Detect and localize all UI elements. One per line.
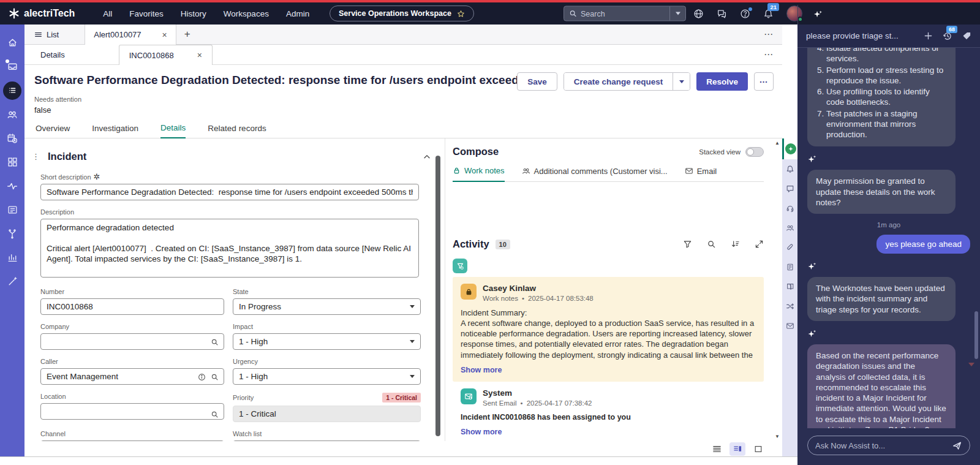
chat-icon[interactable]	[717, 9, 727, 19]
rail-item-email[interactable]	[782, 316, 797, 336]
scroll-to-bottom-icon[interactable]	[968, 363, 974, 366]
caller-label: Caller	[40, 358, 58, 365]
location-search-icon[interactable]	[211, 410, 219, 418]
tab-incident-record[interactable]: INC0010868 ×	[119, 45, 213, 65]
save-button[interactable]: Save	[517, 72, 557, 91]
app-logo[interactable]: alectriTech	[9, 8, 75, 19]
tab-alert-record[interactable]: Alert0010077 ×	[85, 25, 176, 45]
rail-item-knowledge[interactable]	[782, 277, 797, 297]
full-view-button[interactable]	[750, 442, 766, 456]
user-avatar[interactable]	[786, 6, 802, 21]
nav-favorites[interactable]: Favorites	[129, 9, 164, 18]
urgency-select[interactable]: 1 - High	[233, 368, 421, 385]
company-search-icon[interactable]	[211, 338, 219, 346]
resolve-button[interactable]: Resolve	[696, 72, 748, 91]
impact-select[interactable]: 1 - High	[233, 333, 421, 350]
rail-item-notifications[interactable]	[782, 159, 797, 179]
scroll-up-icon[interactable]: ▲	[775, 140, 780, 146]
stacked-view-label: Stacked view	[699, 148, 741, 156]
sidebar-item-monitoring[interactable]	[0, 174, 24, 198]
create-change-request-button[interactable]: Create change request	[564, 73, 673, 90]
sub-tab-bar-more-button[interactable]: ⋯	[755, 45, 782, 64]
close-tab-icon[interactable]: ×	[162, 30, 167, 40]
sidebar-item-lists[interactable]	[0, 78, 24, 102]
nav-all[interactable]: All	[103, 9, 112, 18]
sidebar-item-tools[interactable]	[0, 270, 24, 293]
global-search[interactable]	[564, 6, 686, 21]
scroll-down-icon[interactable]: ▼	[775, 434, 780, 439]
search-scope-dropdown[interactable]	[669, 7, 685, 21]
rail-item-support[interactable]	[782, 198, 797, 218]
create-change-dropdown[interactable]	[673, 73, 690, 90]
nav-history[interactable]: History	[181, 9, 206, 18]
list-view-button[interactable]	[709, 442, 725, 456]
send-icon[interactable]	[952, 440, 962, 451]
history-icon[interactable]: 68	[943, 31, 952, 41]
assist-scrollbar[interactable]	[974, 311, 978, 359]
active-filter-chip[interactable]	[453, 259, 467, 273]
add-tab-button[interactable]: +	[176, 25, 198, 44]
assist-input[interactable]	[815, 441, 947, 450]
rail-item-now-assist[interactable]	[782, 138, 797, 159]
tab-details[interactable]: Details	[160, 123, 186, 138]
rail-item-document[interactable]	[782, 257, 797, 277]
rail-item-integrations[interactable]	[782, 297, 797, 316]
expand-icon[interactable]	[755, 240, 764, 249]
description-textarea[interactable]: Performance degradation detected Critica…	[40, 219, 419, 278]
short-description-input[interactable]	[40, 184, 419, 200]
form-pane-scrollbar[interactable]	[435, 156, 440, 436]
help-icon[interactable]	[740, 9, 750, 19]
sort-icon[interactable]	[731, 240, 740, 249]
caller-input[interactable]	[40, 368, 224, 385]
caller-search-icon[interactable]	[211, 373, 219, 381]
record-more-actions-button[interactable]: ⋯	[754, 72, 774, 91]
sidebar-item-groups[interactable]	[0, 102, 24, 126]
nav-admin[interactable]: Admin	[286, 9, 309, 18]
rail-item-attachments[interactable]	[782, 238, 797, 257]
new-conversation-icon[interactable]	[924, 31, 933, 40]
section-drag-handle[interactable]: ⋮	[32, 152, 40, 161]
sidebar-item-apps[interactable]	[0, 150, 24, 174]
sidebar-item-inbox[interactable]	[0, 55, 24, 78]
compose-tab-additional-comments[interactable]: Additional comments (Customer visi...	[522, 166, 668, 181]
sidebar-item-articles[interactable]	[0, 198, 24, 222]
state-select[interactable]: In Progress	[233, 298, 421, 315]
search-input[interactable]	[581, 9, 669, 18]
label-tag-icon[interactable]	[962, 31, 971, 40]
compose-tab-work-notes[interactable]: Work notes	[453, 166, 505, 182]
sidebar-item-workflow[interactable]	[0, 222, 24, 246]
tab-related-records[interactable]: Related records	[208, 124, 266, 138]
sub-tab-details[interactable]: Details	[31, 45, 75, 64]
workspace-pill[interactable]: Service Operations Workspace	[330, 6, 474, 21]
star-icon[interactable]	[457, 10, 465, 18]
caller-info-icon[interactable]	[198, 373, 206, 381]
sidebar-item-home[interactable]	[0, 31, 24, 55]
notifications-bell-icon[interactable]: 21	[763, 9, 774, 19]
split-view-button[interactable]	[729, 442, 745, 456]
collapse-section-icon[interactable]	[423, 153, 431, 161]
tab-overview[interactable]: Overview	[36, 124, 70, 138]
nav-workspaces[interactable]: Workspaces	[224, 9, 269, 18]
globe-icon[interactable]	[693, 9, 704, 19]
sidebar-item-reports[interactable]	[0, 246, 24, 270]
show-more-link[interactable]: Show more	[461, 366, 502, 374]
now-assist-sparkle-icon[interactable]	[813, 10, 823, 19]
list-menu-button[interactable]: List	[24, 25, 69, 44]
show-more-link[interactable]: Show more	[461, 428, 502, 436]
number-input[interactable]	[40, 298, 224, 315]
impact-label: Impact	[233, 323, 253, 330]
activity-search-icon[interactable]	[707, 240, 716, 249]
sidebar-item-schedule[interactable]	[0, 126, 24, 150]
rail-item-chat[interactable]	[782, 179, 797, 198]
close-incident-tab-icon[interactable]: ×	[197, 50, 202, 60]
record-header: Software Performance Degradation Detecte…	[24, 65, 782, 120]
right-pane-scrollbar[interactable]: ▲ ▼	[772, 138, 782, 441]
compose-tab-email[interactable]: Email	[685, 166, 717, 181]
filter-icon[interactable]	[683, 240, 692, 249]
tab-investigation[interactable]: Investigation	[92, 124, 138, 138]
rail-item-groups[interactable]	[782, 218, 797, 238]
tab-bar-more-button[interactable]: ⋯	[755, 25, 782, 44]
location-input[interactable]	[40, 403, 224, 420]
company-input[interactable]	[40, 333, 224, 350]
stacked-view-toggle[interactable]	[745, 147, 764, 157]
